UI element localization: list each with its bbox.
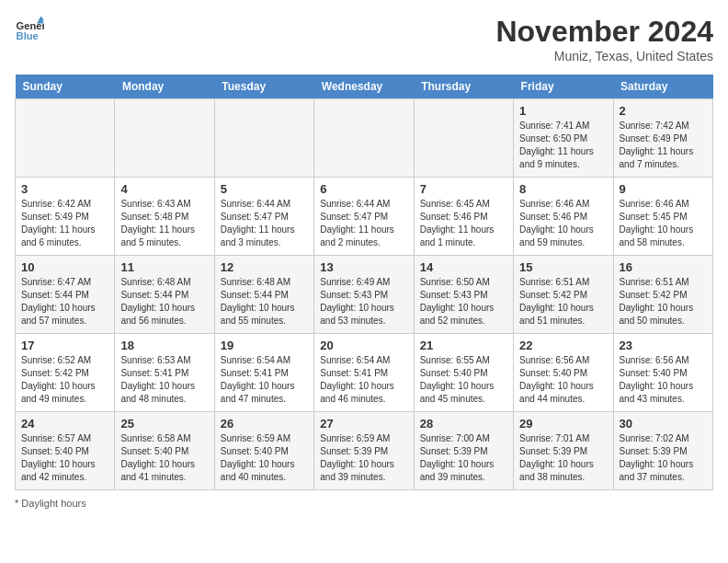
day-info: Sunrise: 6:43 AM Sunset: 5:48 PM Dayligh… bbox=[120, 198, 208, 249]
calendar-cell: 4Sunrise: 6:43 AM Sunset: 5:48 PM Daylig… bbox=[115, 178, 214, 256]
day-info: Sunrise: 6:44 AM Sunset: 5:47 PM Dayligh… bbox=[221, 198, 308, 249]
calendar-week-3: 10Sunrise: 6:47 AM Sunset: 5:44 PM Dayli… bbox=[16, 256, 713, 334]
calendar-cell: 8Sunrise: 6:46 AM Sunset: 5:46 PM Daylig… bbox=[514, 178, 613, 256]
calendar-cell: 2Sunrise: 7:42 AM Sunset: 6:49 PM Daylig… bbox=[613, 99, 712, 178]
day-info: Sunrise: 7:02 AM Sunset: 5:39 PM Dayligh… bbox=[620, 432, 707, 484]
day-info: Sunrise: 6:55 AM Sunset: 5:40 PM Dayligh… bbox=[420, 354, 507, 406]
calendar-cell: 13Sunrise: 6:49 AM Sunset: 5:43 PM Dayli… bbox=[314, 256, 414, 334]
calendar-cell bbox=[115, 99, 214, 178]
header-day-sunday: Sunday bbox=[16, 75, 115, 99]
calendar-cell: 9Sunrise: 6:46 AM Sunset: 5:45 PM Daylig… bbox=[613, 178, 712, 256]
day-info: Sunrise: 6:46 AM Sunset: 5:46 PM Dayligh… bbox=[519, 198, 607, 249]
calendar-cell: 28Sunrise: 7:00 AM Sunset: 5:39 PM Dayli… bbox=[414, 412, 513, 490]
calendar-cell: 5Sunrise: 6:44 AM Sunset: 5:47 PM Daylig… bbox=[214, 178, 313, 256]
day-info: Sunrise: 6:54 AM Sunset: 5:41 PM Dayligh… bbox=[221, 354, 308, 406]
day-number: 19 bbox=[221, 339, 308, 352]
day-number: 4 bbox=[120, 182, 208, 196]
header-day-tuesday: Tuesday bbox=[214, 75, 313, 99]
calendar-cell: 20Sunrise: 6:54 AM Sunset: 5:41 PM Dayli… bbox=[314, 334, 414, 412]
day-info: Sunrise: 6:59 AM Sunset: 5:40 PM Dayligh… bbox=[221, 432, 308, 484]
calendar-week-1: 1Sunrise: 7:41 AM Sunset: 6:50 PM Daylig… bbox=[16, 99, 713, 178]
calendar-cell bbox=[414, 99, 513, 178]
day-number: 3 bbox=[21, 182, 108, 196]
calendar-cell: 17Sunrise: 6:52 AM Sunset: 5:42 PM Dayli… bbox=[16, 334, 115, 412]
day-info: Sunrise: 6:59 AM Sunset: 5:39 PM Dayligh… bbox=[320, 432, 407, 484]
header-day-monday: Monday bbox=[115, 75, 214, 99]
day-number: 26 bbox=[221, 417, 308, 431]
day-info: Sunrise: 7:42 AM Sunset: 6:49 PM Dayligh… bbox=[620, 120, 707, 171]
calendar-cell: 30Sunrise: 7:02 AM Sunset: 5:39 PM Dayli… bbox=[613, 412, 712, 490]
day-info: Sunrise: 6:47 AM Sunset: 5:44 PM Dayligh… bbox=[21, 276, 108, 327]
calendar-cell: 21Sunrise: 6:55 AM Sunset: 5:40 PM Dayli… bbox=[414, 334, 513, 412]
day-info: Sunrise: 6:54 AM Sunset: 5:41 PM Dayligh… bbox=[320, 354, 407, 406]
day-number: 28 bbox=[420, 417, 507, 431]
header: General Blue November 2024 Muniz, Texas,… bbox=[15, 15, 713, 63]
day-number: 30 bbox=[620, 417, 707, 431]
day-info: Sunrise: 6:49 AM Sunset: 5:43 PM Dayligh… bbox=[320, 276, 407, 327]
calendar-week-5: 24Sunrise: 6:57 AM Sunset: 5:40 PM Dayli… bbox=[16, 412, 713, 490]
calendar-week-4: 17Sunrise: 6:52 AM Sunset: 5:42 PM Dayli… bbox=[16, 334, 713, 412]
footer-note: * Daylight hours bbox=[15, 498, 713, 509]
day-number: 23 bbox=[620, 339, 707, 352]
day-info: Sunrise: 6:58 AM Sunset: 5:40 PM Dayligh… bbox=[120, 432, 208, 484]
day-number: 21 bbox=[420, 339, 507, 352]
day-number: 29 bbox=[519, 417, 607, 431]
calendar-week-2: 3Sunrise: 6:42 AM Sunset: 5:49 PM Daylig… bbox=[16, 178, 713, 256]
day-number: 16 bbox=[620, 260, 707, 274]
calendar-cell bbox=[214, 99, 313, 178]
day-info: Sunrise: 6:48 AM Sunset: 5:44 PM Dayligh… bbox=[120, 276, 208, 327]
header-day-wednesday: Wednesday bbox=[314, 75, 414, 99]
calendar-cell: 18Sunrise: 6:53 AM Sunset: 5:41 PM Dayli… bbox=[115, 334, 214, 412]
day-number: 9 bbox=[620, 182, 707, 196]
day-number: 6 bbox=[320, 182, 407, 196]
calendar-cell: 22Sunrise: 6:56 AM Sunset: 5:40 PM Dayli… bbox=[514, 334, 613, 412]
calendar-cell: 27Sunrise: 6:59 AM Sunset: 5:39 PM Dayli… bbox=[314, 412, 414, 490]
calendar-cell: 11Sunrise: 6:48 AM Sunset: 5:44 PM Dayli… bbox=[115, 256, 214, 334]
calendar-cell: 15Sunrise: 6:51 AM Sunset: 5:42 PM Dayli… bbox=[514, 256, 613, 334]
day-number: 17 bbox=[21, 339, 108, 352]
day-info: Sunrise: 7:00 AM Sunset: 5:39 PM Dayligh… bbox=[420, 432, 507, 484]
day-info: Sunrise: 7:01 AM Sunset: 5:39 PM Dayligh… bbox=[519, 432, 607, 484]
day-number: 24 bbox=[21, 417, 108, 431]
calendar-header-row: SundayMondayTuesdayWednesdayThursdayFrid… bbox=[16, 75, 713, 99]
svg-text:Blue: Blue bbox=[17, 30, 39, 41]
day-number: 14 bbox=[420, 260, 507, 274]
calendar-cell: 24Sunrise: 6:57 AM Sunset: 5:40 PM Dayli… bbox=[16, 412, 115, 490]
day-number: 5 bbox=[221, 182, 308, 196]
day-number: 13 bbox=[320, 260, 407, 274]
calendar-cell: 1Sunrise: 7:41 AM Sunset: 6:50 PM Daylig… bbox=[514, 99, 613, 178]
calendar-cell: 12Sunrise: 6:48 AM Sunset: 5:44 PM Dayli… bbox=[214, 256, 313, 334]
day-info: Sunrise: 6:53 AM Sunset: 5:41 PM Dayligh… bbox=[120, 354, 208, 406]
day-number: 10 bbox=[21, 260, 108, 274]
day-info: Sunrise: 7:41 AM Sunset: 6:50 PM Dayligh… bbox=[519, 120, 607, 171]
day-info: Sunrise: 6:51 AM Sunset: 5:42 PM Dayligh… bbox=[620, 276, 707, 327]
month-title: November 2024 bbox=[495, 15, 713, 49]
logo-icon: General Blue bbox=[15, 15, 44, 44]
header-day-friday: Friday bbox=[514, 75, 613, 99]
location: Muniz, Texas, United States bbox=[495, 49, 713, 63]
day-info: Sunrise: 6:52 AM Sunset: 5:42 PM Dayligh… bbox=[21, 354, 108, 406]
day-info: Sunrise: 6:48 AM Sunset: 5:44 PM Dayligh… bbox=[221, 276, 308, 327]
header-day-thursday: Thursday bbox=[414, 75, 513, 99]
calendar-cell: 6Sunrise: 6:44 AM Sunset: 5:47 PM Daylig… bbox=[314, 178, 414, 256]
footer-note-text: Daylight hours bbox=[21, 498, 85, 509]
day-info: Sunrise: 6:56 AM Sunset: 5:40 PM Dayligh… bbox=[620, 354, 707, 406]
calendar-cell bbox=[314, 99, 414, 178]
logo: General Blue bbox=[15, 15, 44, 44]
day-info: Sunrise: 6:57 AM Sunset: 5:40 PM Dayligh… bbox=[21, 432, 108, 484]
header-day-saturday: Saturday bbox=[613, 75, 712, 99]
calendar-cell: 14Sunrise: 6:50 AM Sunset: 5:43 PM Dayli… bbox=[414, 256, 513, 334]
calendar-cell: 29Sunrise: 7:01 AM Sunset: 5:39 PM Dayli… bbox=[514, 412, 613, 490]
calendar-cell: 10Sunrise: 6:47 AM Sunset: 5:44 PM Dayli… bbox=[16, 256, 115, 334]
calendar-cell: 26Sunrise: 6:59 AM Sunset: 5:40 PM Dayli… bbox=[214, 412, 313, 490]
day-number: 27 bbox=[320, 417, 407, 431]
title-area: November 2024 Muniz, Texas, United State… bbox=[495, 15, 713, 63]
day-number: 2 bbox=[620, 104, 707, 118]
day-number: 15 bbox=[519, 260, 607, 274]
day-number: 22 bbox=[519, 339, 607, 352]
calendar-cell: 19Sunrise: 6:54 AM Sunset: 5:41 PM Dayli… bbox=[214, 334, 313, 412]
day-number: 25 bbox=[120, 417, 208, 431]
day-info: Sunrise: 6:56 AM Sunset: 5:40 PM Dayligh… bbox=[519, 354, 607, 406]
day-number: 11 bbox=[120, 260, 208, 274]
day-number: 8 bbox=[519, 182, 607, 196]
